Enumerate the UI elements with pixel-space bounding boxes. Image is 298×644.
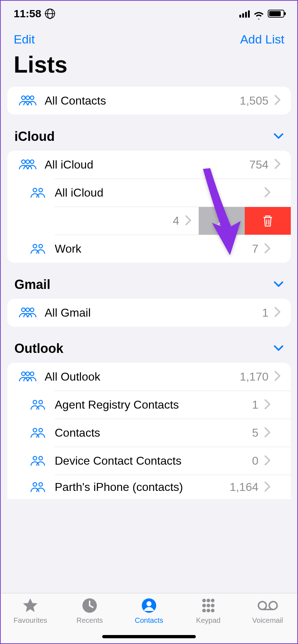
keypad-icon — [200, 597, 216, 614]
list-row[interactable]: All Gmail 1 — [7, 299, 291, 327]
section-header-icloud[interactable]: iCloud — [1, 115, 297, 151]
svg-point-23 — [39, 483, 42, 486]
svg-point-5 — [30, 160, 34, 164]
list-row[interactable]: Agent Registry Contacts 1 — [55, 391, 291, 419]
icloud-card: All iCloud 754 All iCloud 4 Work 7 — [7, 151, 291, 263]
people-icon — [27, 427, 48, 439]
svg-point-4 — [26, 160, 30, 164]
row-label: Device Contact Contacts — [55, 454, 252, 468]
row-count: 1 — [262, 306, 268, 319]
tab-label: Recents — [77, 616, 103, 625]
svg-point-6 — [33, 188, 37, 192]
svg-point-29 — [211, 599, 215, 602]
svg-point-18 — [33, 428, 37, 432]
people-icon — [27, 187, 48, 199]
svg-point-33 — [202, 609, 206, 612]
chevron-right-icon — [264, 243, 271, 255]
tab-voicemail[interactable]: Voicemail — [238, 597, 297, 643]
people-icon — [27, 455, 48, 467]
chevron-right-icon — [274, 158, 281, 171]
section-name: iCloud — [14, 129, 55, 144]
chevron-right-icon — [264, 455, 271, 467]
svg-point-30 — [202, 604, 206, 607]
svg-point-28 — [207, 599, 210, 602]
svg-point-0 — [22, 96, 25, 100]
add-list-button[interactable]: Add List — [240, 32, 284, 46]
all-contacts-row[interactable]: All Contacts 1,505 — [7, 87, 291, 115]
chevron-down-icon — [274, 345, 284, 353]
row-count: 1 — [252, 398, 258, 411]
list-row[interactable]: Parth's iPhone (contacts) 1,164 — [55, 475, 291, 499]
nav-bar: Edit Add List — [1, 24, 297, 50]
chevron-right-icon — [264, 399, 271, 411]
page-title: Lists — [1, 50, 297, 87]
row-count: 1,505 — [240, 94, 268, 107]
svg-point-7 — [39, 188, 42, 192]
delete-swipe-button[interactable] — [245, 207, 291, 235]
row-label: Contacts — [55, 426, 252, 440]
row-count: 1,170 — [240, 370, 268, 383]
svg-point-31 — [207, 604, 210, 607]
contact-icon — [141, 597, 157, 614]
list-row[interactable]: All iCloud 754 — [7, 151, 291, 179]
chevron-right-icon — [264, 427, 271, 439]
chevron-right-icon — [274, 371, 281, 383]
svg-point-11 — [26, 308, 30, 312]
tab-label: Favourites — [14, 616, 47, 625]
svg-point-36 — [258, 602, 266, 610]
row-count: 754 — [249, 158, 268, 171]
outlook-card: All Outlook 1,170 Agent Registry Contact… — [7, 363, 291, 499]
list-row[interactable]: All Outlook 1,170 — [7, 363, 291, 391]
chevron-down-icon — [274, 281, 284, 289]
wifi-icon — [253, 10, 264, 18]
svg-point-37 — [269, 602, 277, 610]
chevron-right-icon — [264, 187, 271, 199]
gmail-card: All Gmail 1 — [7, 299, 291, 327]
svg-point-21 — [39, 456, 42, 460]
section-header-gmail[interactable]: Gmail — [1, 263, 297, 299]
row-label: Parth's iPhone (contacts) — [55, 480, 230, 494]
list-row[interactable]: Contacts 5 — [55, 419, 291, 447]
svg-point-35 — [211, 609, 215, 612]
status-bar: 11:58 — [1, 1, 297, 24]
row-label: All iCloud — [55, 186, 264, 199]
tab-label: Contacts — [135, 616, 163, 625]
svg-point-12 — [30, 308, 34, 312]
row-label: All Contacts — [45, 94, 240, 107]
svg-point-14 — [26, 372, 30, 376]
battery-icon — [268, 10, 284, 18]
edit-button[interactable]: Edit — [14, 32, 35, 46]
svg-point-19 — [39, 428, 42, 432]
people-icon — [17, 371, 38, 383]
swiped-list-row[interactable]: 4 — [55, 207, 291, 235]
row-count: 7 — [252, 242, 258, 256]
svg-point-17 — [39, 400, 42, 404]
people-icon — [27, 481, 48, 493]
list-row[interactable]: Work 7 — [55, 235, 291, 263]
row-count: 1,164 — [230, 480, 258, 494]
chevron-right-icon — [185, 215, 191, 227]
tab-label: Voicemail — [252, 616, 283, 625]
row-label: Work — [55, 242, 252, 256]
svg-point-22 — [33, 483, 37, 486]
section-header-outlook[interactable]: Outlook — [1, 327, 297, 363]
voicemail-icon — [258, 597, 278, 614]
all-contacts-card: All Contacts 1,505 — [7, 87, 291, 115]
tab-favourites[interactable]: Favourites — [1, 597, 60, 643]
people-icon — [27, 399, 48, 411]
list-row[interactable]: Device Contact Contacts 0 — [55, 447, 291, 475]
edit-swipe-button[interactable] — [199, 207, 245, 235]
svg-point-2 — [30, 96, 34, 100]
people-icon — [17, 95, 38, 107]
chevron-right-icon — [274, 95, 281, 107]
row-count: 5 — [252, 426, 258, 440]
star-icon — [22, 597, 39, 614]
svg-point-34 — [207, 609, 210, 612]
svg-point-32 — [211, 604, 215, 607]
svg-point-10 — [22, 308, 25, 312]
row-label: All iCloud — [45, 158, 249, 171]
list-row[interactable]: All iCloud — [55, 179, 291, 207]
svg-point-3 — [22, 160, 25, 164]
svg-point-27 — [202, 599, 206, 602]
clock-icon — [82, 597, 98, 614]
